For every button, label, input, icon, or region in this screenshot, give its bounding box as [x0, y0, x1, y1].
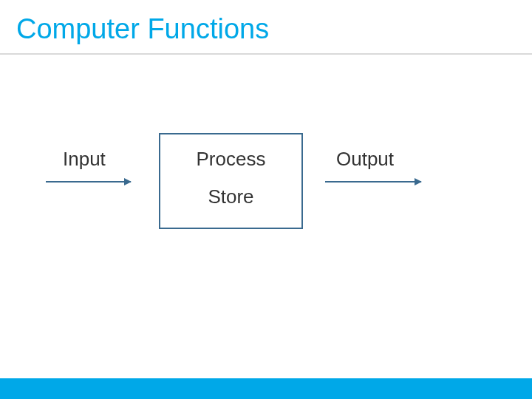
flow-diagram: Input Process Store Output	[0, 133, 532, 281]
arrow-input-icon	[46, 181, 131, 183]
process-store-box: Process Store	[159, 133, 303, 229]
process-label: Process	[197, 148, 266, 171]
input-label: Input	[63, 148, 106, 171]
slide-title: Computer Functions	[16, 13, 269, 45]
title-underline	[0, 53, 532, 55]
footer-bar	[0, 378, 532, 399]
output-label: Output	[336, 148, 394, 171]
store-label: Store	[208, 185, 253, 208]
arrow-output-icon	[325, 181, 421, 183]
